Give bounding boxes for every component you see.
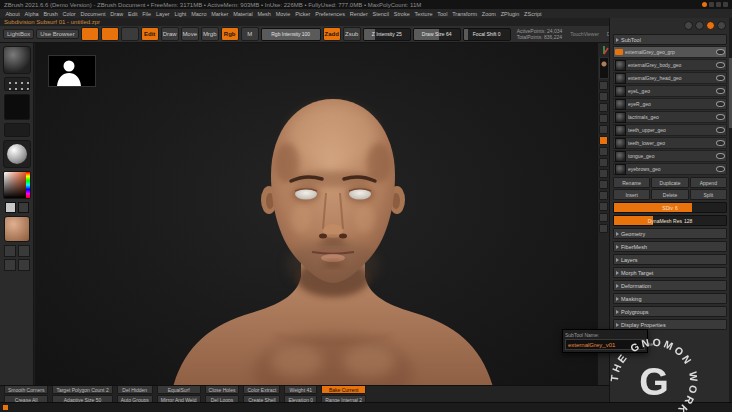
rgb-intensity-slider[interactable]: Rgb Intensity 100 bbox=[261, 28, 321, 41]
menu-picker[interactable]: Picker bbox=[293, 11, 313, 17]
menu-texture[interactable]: Texture bbox=[412, 11, 435, 17]
zadd-button[interactable]: Zadd bbox=[323, 27, 341, 41]
menu-document[interactable]: Document bbox=[78, 11, 108, 17]
secondary-color-swatch[interactable] bbox=[18, 202, 29, 213]
solo-button[interactable] bbox=[599, 191, 608, 200]
subtool-row[interactable]: teeth_upper_geo bbox=[613, 124, 727, 136]
menu-alpha[interactable]: Alpha bbox=[22, 11, 41, 17]
texture-off-thumbnail[interactable] bbox=[4, 123, 30, 137]
stroke-dots-thumbnail[interactable] bbox=[4, 77, 30, 91]
visibility-eye-icon[interactable] bbox=[716, 140, 725, 146]
floor-button[interactable] bbox=[599, 114, 608, 123]
tool-preview-thumbnail[interactable] bbox=[599, 57, 609, 79]
section-masking[interactable]: Masking bbox=[613, 293, 727, 304]
split-button[interactable]: Split bbox=[690, 189, 727, 200]
subtool-row[interactable]: eyeR_geo bbox=[613, 98, 727, 110]
menu-about[interactable]: About bbox=[3, 11, 22, 17]
visibility-eye-icon[interactable] bbox=[716, 114, 725, 120]
polyframe-button[interactable] bbox=[599, 158, 608, 167]
zsub-button[interactable]: Zsub bbox=[343, 27, 361, 41]
smooth-corners-button[interactable]: Smooth Corners bbox=[4, 385, 48, 394]
quick-pick-1[interactable] bbox=[4, 245, 16, 257]
sdiv-slider[interactable]: SDiv 6 bbox=[613, 202, 727, 213]
menu-material[interactable]: Material bbox=[231, 11, 255, 17]
color-picker[interactable] bbox=[3, 171, 31, 199]
gyro-icon-button[interactable] bbox=[121, 27, 139, 41]
quick-pick-2[interactable] bbox=[18, 245, 30, 257]
menu-draw[interactable]: Draw bbox=[108, 11, 126, 17]
skin-material-thumbnail[interactable] bbox=[4, 216, 30, 242]
quick-pick-4[interactable] bbox=[18, 259, 30, 271]
subtool-section-header[interactable]: SubTool bbox=[613, 34, 727, 45]
subtool-row[interactable]: eyebrows_geo bbox=[613, 163, 727, 175]
close-button[interactable] bbox=[723, 2, 728, 7]
sculpt-brush-icon-button[interactable] bbox=[81, 27, 99, 41]
menu-layer[interactable]: Layer bbox=[154, 11, 173, 17]
visibility-eye-icon[interactable] bbox=[716, 88, 725, 94]
close-holes-button[interactable]: Close Holes bbox=[205, 385, 240, 394]
menu-zplugin[interactable]: ZPlugin bbox=[498, 11, 521, 17]
alpha-off-thumbnail[interactable] bbox=[4, 94, 30, 120]
transp-button[interactable] bbox=[599, 169, 608, 178]
section-geometry[interactable]: Geometry bbox=[613, 228, 727, 239]
title-bar[interactable]: ZBrush 2021.6.6 (Demo Version) - ZBrush … bbox=[0, 0, 732, 9]
persp-button[interactable] bbox=[599, 103, 608, 112]
section-fibermesh[interactable]: FiberMesh bbox=[613, 241, 727, 252]
menu-transform[interactable]: Transform bbox=[450, 11, 480, 17]
menu-tool[interactable]: Tool bbox=[435, 11, 450, 17]
lightbox-button[interactable]: LightBox bbox=[3, 29, 34, 39]
menu-zscript[interactable]: ZScript bbox=[522, 11, 544, 17]
m-button[interactable]: M bbox=[241, 27, 259, 41]
delete-button[interactable]: Delete bbox=[651, 189, 688, 200]
subtool-row[interactable]: tongue_geo bbox=[613, 150, 727, 162]
subtool-row[interactable]: eyeL_geo bbox=[613, 85, 727, 97]
section-morph-target[interactable]: Morph Target bbox=[613, 267, 727, 278]
menu-edit[interactable]: Edit bbox=[126, 11, 140, 17]
menu-mesh[interactable]: Mesh bbox=[255, 11, 273, 17]
dynamesh-res-slider[interactable]: DynaMesh Res 128 bbox=[613, 215, 727, 226]
menu-movie[interactable]: Movie bbox=[273, 11, 292, 17]
bpr-button[interactable] bbox=[599, 81, 608, 90]
visibility-eye-icon[interactable] bbox=[716, 62, 725, 68]
notification-icon[interactable] bbox=[3, 405, 8, 410]
menu-preferences[interactable]: Preferences bbox=[313, 11, 347, 17]
focal-shift-slider[interactable]: Focal Shift 0 bbox=[463, 28, 511, 41]
menu-zoom[interactable]: Zoom bbox=[479, 11, 498, 17]
bake-current-button[interactable]: Bake Current bbox=[321, 385, 366, 394]
visibility-eye-icon[interactable] bbox=[716, 75, 725, 81]
append-button[interactable]: Append bbox=[690, 177, 727, 188]
menu-render[interactable]: Render bbox=[347, 11, 370, 17]
menu-marker[interactable]: Marker bbox=[209, 11, 231, 17]
maximize-button[interactable] bbox=[716, 2, 721, 7]
z-intensity-slider[interactable]: Z Intensity 25 bbox=[363, 28, 411, 41]
panel-dock-icon[interactable] bbox=[695, 21, 704, 30]
menu-file[interactable]: File bbox=[140, 11, 154, 17]
subtool-row[interactable]: externalGrey_geo_grp bbox=[613, 46, 727, 58]
panel-active-icon[interactable] bbox=[706, 21, 715, 30]
rgb-button[interactable]: Rgb bbox=[221, 27, 239, 41]
draw-button[interactable]: Draw bbox=[161, 27, 179, 41]
scroll-button[interactable] bbox=[599, 213, 608, 222]
panel-collapse-icon[interactable] bbox=[717, 21, 726, 30]
duplicate-button[interactable]: Duplicate bbox=[651, 177, 688, 188]
insert-button[interactable]: Insert bbox=[613, 189, 650, 200]
aa-half-button[interactable] bbox=[599, 92, 608, 101]
sculpt-viewport[interactable] bbox=[35, 43, 597, 385]
ghost-button[interactable] bbox=[599, 180, 608, 189]
menu-stroke[interactable]: Stroke bbox=[391, 11, 412, 17]
current-brush-thumbnail[interactable] bbox=[3, 46, 31, 74]
visibility-eye-icon[interactable] bbox=[716, 153, 725, 159]
mrgb-button[interactable]: Mrgb bbox=[201, 27, 219, 41]
subtool-row[interactable]: teeth_lower_geo bbox=[613, 137, 727, 149]
section-deformation[interactable]: Deformation bbox=[613, 280, 727, 291]
subtool-name-input[interactable]: externalGrey_v01 bbox=[565, 339, 645, 350]
panel-menu-icon[interactable] bbox=[684, 21, 693, 30]
hue-strip[interactable] bbox=[26, 172, 30, 198]
edit-button[interactable]: Edit bbox=[141, 27, 159, 41]
color-pick-icon-button[interactable] bbox=[101, 27, 119, 41]
section-polygroups[interactable]: Polygroups bbox=[613, 306, 727, 317]
menu-light[interactable]: Light bbox=[172, 11, 189, 17]
local-button[interactable] bbox=[599, 125, 608, 134]
subtool-row[interactable]: externalGrey_body_geo bbox=[613, 59, 727, 71]
rename-button[interactable]: Rename bbox=[613, 177, 650, 188]
